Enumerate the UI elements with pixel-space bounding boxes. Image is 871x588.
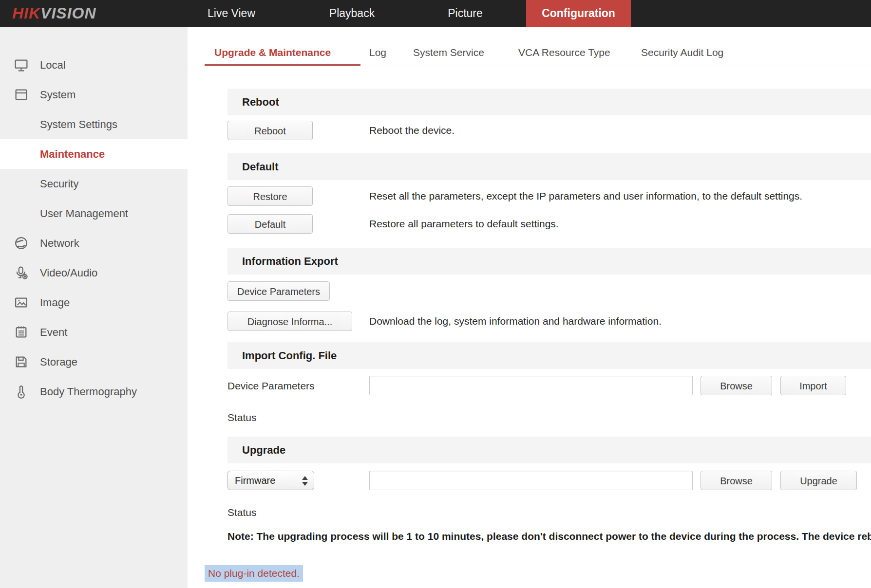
section-title: Reboot [242,89,871,115]
sidebar-item-network[interactable]: Network [0,228,188,258]
sidebar-item-user-management[interactable]: User Management [0,199,188,228]
reboot-button[interactable]: Reboot [227,121,313,140]
sidebar-item-image[interactable]: Image [0,288,188,317]
sidebar-item-label: User Management [40,199,128,228]
sidebar-item-body-thermography[interactable]: Body Thermography [0,377,188,406]
sidebar-item-system-settings[interactable]: System Settings [0,110,188,139]
device-parameters-export-button[interactable]: Device Parameters [227,281,330,301]
section-title: Default [242,153,871,180]
calendar-icon [14,325,29,340]
sidebar-item-maintenance[interactable]: Maintenance [0,139,188,169]
sidebar-item-event[interactable]: Event [0,317,188,347]
logo-vision: VISION [40,4,96,22]
sidebar-item-label: Body Thermography [40,377,137,406]
sidebar-item-storage[interactable]: Storage [0,347,188,377]
upgrade-status-label: Status [227,502,257,523]
sidebar-item-label: System Settings [40,110,117,139]
upgrade-status-row: Status [227,502,871,523]
select-stepper-icon [302,475,308,487]
main-content: Upgrade & Maintenance Log System Service… [188,27,871,588]
sidebar-item-label: Local [40,50,66,80]
tab-upgrade-maintenance[interactable]: Upgrade & Maintenance [214,47,331,58]
thermometer-icon [14,384,29,399]
upgrade-browse-button[interactable]: Browse [701,471,772,490]
reboot-row: Reboot Reboot the device. [227,121,871,141]
sidebar-item-label: System [40,80,76,110]
logo-hik: HIK [12,4,40,22]
nav-playback[interactable]: Playback [312,0,392,27]
import-browse-button[interactable]: Browse [701,376,772,395]
nav-configuration[interactable]: Configuration [526,0,631,27]
note-text: Note: The upgrading process will be 1 to… [227,531,871,542]
sidebar-item-local[interactable]: Local [0,50,188,80]
tabs-divider [188,66,871,66]
sidebar-item-system[interactable]: System [0,80,188,110]
sidebar-item-label: Maintenance [40,139,105,169]
default-row: Default Restore all parameters to defaul… [227,214,871,235]
default-button[interactable]: Default [227,214,313,234]
hikvision-logo: HIKVISION [12,0,96,27]
monitor-icon [14,57,29,73]
section-title: Upgrade [242,437,871,463]
section-header-default: Default [227,153,871,180]
default-description: Restore all parameters to default settin… [369,214,559,234]
import-status-row: Status [227,407,871,428]
import-status-label: Status [227,407,257,428]
diagnose-information-row: Diagnose Informa... Download the log, sy… [227,312,871,332]
sidebar-item-label: Security [40,169,78,199]
restore-button[interactable]: Restore [227,186,313,206]
sidebar: Local System System Settings Maintenance… [0,27,188,588]
section-header-information-export: Information Export [227,248,871,275]
upgrade-type-selected-value: Firmware [235,471,275,490]
import-config-row: Device Parameters Browse Import [227,376,871,396]
import-field-label: Device Parameters [227,376,315,396]
section-title: Import Config. File [242,342,871,369]
nav-picture[interactable]: Picture [434,0,497,27]
diagnose-information-button[interactable]: Diagnose Informa... [227,312,352,331]
upgrade-button[interactable]: Upgrade [780,471,857,490]
microphone-gear-icon [14,265,29,280]
import-file-input[interactable] [369,376,693,395]
section-header-import-config: Import Config. File [227,342,871,369]
plugin-warning: No plug-in detected. [205,565,303,582]
image-icon [14,295,29,310]
upgrade-type-select[interactable]: Firmware [227,471,314,490]
restore-row: Restore Reset all the parameters, except… [227,186,871,207]
upgrade-note-row: Note: The upgrading process will be 1 to… [227,531,871,546]
import-button[interactable]: Import [780,376,846,395]
sidebar-item-label: Video/Audio [40,258,97,288]
sidebar-item-video-audio[interactable]: Video/Audio [0,258,188,288]
diagnose-description: Download the log, system information and… [369,312,662,331]
hikvision-config-page: HIKVISION Live View Playback Picture Con… [0,0,871,588]
reboot-description: Reboot the device. [369,121,454,140]
sidebar-item-label: Storage [40,347,77,377]
section-header-upgrade: Upgrade [227,437,871,463]
device-parameters-export-row: Device Parameters [227,281,871,302]
floppy-disk-icon [14,354,29,369]
globe-icon [14,236,29,251]
section-title: Information Export [242,248,871,275]
sidebar-item-label: Event [40,317,67,347]
top-navigation-bar: HIKVISION Live View Playback Picture Con… [0,0,871,27]
tab-log[interactable]: Log [369,47,386,58]
window-icon [14,87,29,102]
sidebar-item-label: Network [40,228,79,258]
tab-vca-resource-type[interactable]: VCA Resource Type [518,47,610,58]
tab-security-audit-log[interactable]: Security Audit Log [641,47,723,58]
sidebar-item-security[interactable]: Security [0,169,188,199]
restore-description: Reset all the parameters, except the IP … [369,186,802,206]
upgrade-row: Firmware Browse Upgrade [227,471,871,491]
sidebar-item-label: Image [40,288,70,317]
tab-system-service[interactable]: System Service [413,47,484,58]
upgrade-file-input[interactable] [369,471,693,490]
nav-live-view[interactable]: Live View [192,0,270,27]
section-header-reboot: Reboot [227,89,871,115]
